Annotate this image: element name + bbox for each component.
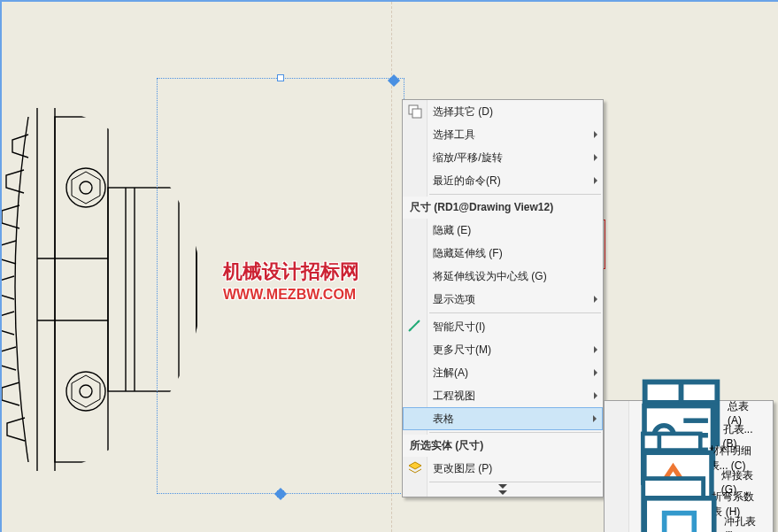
- menu-item-label: 更改图层 (P): [433, 461, 492, 476]
- menu-drawing-views[interactable]: 工程视图: [403, 384, 603, 407]
- chevron-down-icon: [498, 490, 507, 495]
- change-layer-icon: [407, 460, 423, 476]
- submenu-arrow-icon: [594, 154, 597, 161]
- menu-item-label: 最近的命令(R): [433, 173, 501, 189]
- menu-section-selected-entity: 所选实体 (尺寸): [403, 435, 603, 457]
- menu-hide-extension-lines[interactable]: 隐藏延伸线 (F): [403, 242, 603, 265]
- menu-item-label: 表格: [433, 412, 454, 427]
- menu-item-label: 隐藏延伸线 (F): [433, 246, 503, 261]
- menu-separator: [429, 432, 601, 433]
- menu-recent-commands[interactable]: 最近的命令(R): [403, 169, 603, 192]
- resize-handle-top[interactable]: [277, 74, 284, 81]
- smart-dimension-icon: [407, 319, 423, 335]
- submenu-arrow-icon: [594, 131, 597, 138]
- svg-point-5: [66, 372, 105, 411]
- menu-item-label: 缩放/平移/旋转: [433, 150, 503, 166]
- menu-annotations[interactable]: 注解(A): [403, 361, 603, 384]
- drawing-canvas[interactable]: 机械设计招标网 WWW.MEZBW.COM 选择其它 (D) 选择工具 缩放/平…: [2, 2, 778, 532]
- submenu-arrow-icon: [594, 346, 597, 353]
- menu-hide[interactable]: 隐藏 (E): [403, 219, 603, 242]
- menu-more-dimensions[interactable]: 更多尺寸(M): [403, 338, 603, 361]
- svg-point-2: [66, 168, 105, 207]
- menu-tables[interactable]: 表格: [403, 407, 603, 430]
- submenu-arrow-icon: [593, 415, 597, 422]
- menu-change-layer[interactable]: 更改图层 (P): [403, 457, 603, 480]
- svg-rect-21: [412, 109, 421, 118]
- menu-item-label: 将延伸线设为中心线 (G): [433, 269, 547, 284]
- menu-item-label: 注解(A): [433, 366, 468, 381]
- menu-section-dimension: 尺寸 (RD1@Drawing View12): [403, 197, 603, 219]
- context-menu: 选择其它 (D) 选择工具 缩放/平移/旋转 最近的命令(R) 尺寸 (RD1@…: [402, 99, 604, 497]
- submenu-punch-table[interactable]: 冲孔表 (I): [605, 516, 773, 532]
- menu-item-label: 隐藏 (E): [433, 223, 471, 238]
- menu-item-label: 工程视图: [433, 389, 475, 404]
- menu-display-options[interactable]: 显示选项: [403, 288, 603, 311]
- submenu-arrow-icon: [594, 392, 597, 399]
- menu-separator: [429, 312, 601, 313]
- menu-item-label: 更多尺寸(M): [433, 343, 491, 358]
- menu-select-tools[interactable]: 选择工具: [403, 123, 603, 146]
- submenu-arrow-icon: [594, 369, 597, 376]
- svg-marker-6: [72, 375, 100, 407]
- svg-point-4: [80, 181, 92, 194]
- menu-item-label: 冲孔表 (I): [724, 514, 757, 533]
- menu-item-label: 选择其它 (D): [433, 104, 493, 120]
- menu-item-label: 显示选项: [433, 292, 475, 307]
- menu-expand[interactable]: [403, 484, 603, 497]
- submenu-arrow-icon: [594, 296, 597, 303]
- svg-point-7: [80, 385, 92, 397]
- submenu-arrow-icon: [594, 177, 597, 184]
- menu-smart-dimension[interactable]: 智能尺寸(I): [403, 315, 603, 338]
- menu-separator: [429, 194, 601, 195]
- menu-separator: [429, 482, 601, 482]
- menu-zoom-pan-rotate[interactable]: 缩放/平移/旋转: [403, 146, 603, 169]
- chevron-down-icon: [498, 484, 507, 489]
- menu-item-label: 选择工具: [433, 127, 475, 143]
- menu-extension-as-centerline[interactable]: 将延伸线设为中心线 (G): [403, 265, 603, 288]
- menu-item-label: 智能尺寸(I): [433, 320, 485, 335]
- selection-bounding-box: [157, 78, 404, 494]
- svg-marker-3: [72, 172, 100, 204]
- punch-table-icon: [635, 483, 724, 532]
- tables-submenu: 总表 (A) 孔表... (B) 材料明细表... (C) 焊接表 (G) 折弯…: [604, 400, 774, 532]
- select-other-icon: [407, 104, 423, 120]
- menu-select-other[interactable]: 选择其它 (D): [403, 100, 603, 123]
